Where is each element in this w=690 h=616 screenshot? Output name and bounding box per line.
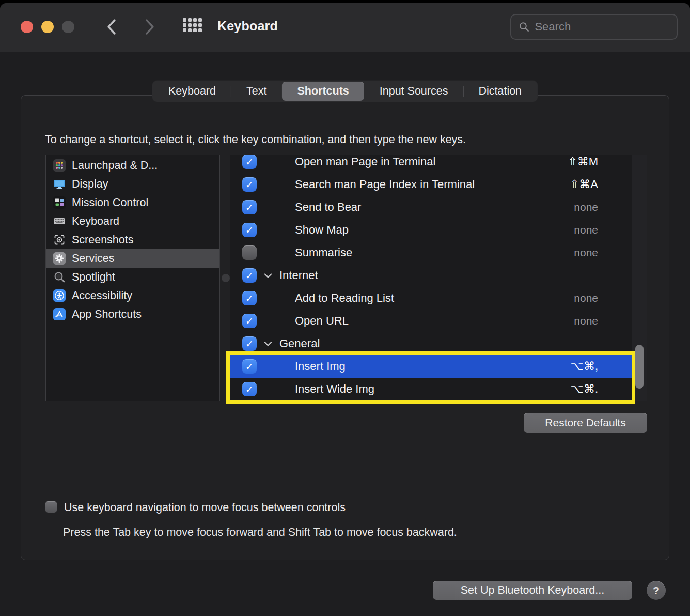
tab-keyboard[interactable]: Keyboard: [153, 82, 231, 101]
instruction-text: To change a shortcut, select it, click t…: [45, 133, 466, 146]
checkbox-checked[interactable]: ✓: [242, 314, 257, 328]
checkbox-checked[interactable]: ✓: [242, 382, 257, 396]
set-up-bluetooth-keyboard-button[interactable]: Set Up Bluetooth Keyboard...: [433, 581, 632, 600]
services-gear-icon: [53, 252, 66, 265]
mission-control-icon: [53, 196, 66, 209]
sidebar-item-mission-control[interactable]: Mission Control: [46, 193, 219, 212]
restore-defaults-button[interactable]: Restore Defaults: [524, 413, 647, 433]
sidebar-item-keyboard[interactable]: Keyboard: [46, 212, 219, 230]
checkbox-checked[interactable]: ✓: [242, 268, 257, 283]
zoom-window-button: [62, 21, 74, 33]
checkbox-checked[interactable]: ✓: [242, 223, 257, 237]
search-input[interactable]: [535, 20, 669, 34]
tab-input-sources[interactable]: Input Sources: [365, 82, 463, 101]
screenshots-icon: [53, 234, 66, 246]
display-icon: [53, 178, 66, 190]
pane-splitter-handle[interactable]: [222, 274, 230, 282]
keyboard-navigation-checkbox[interactable]: [45, 501, 57, 513]
shortcut-group-general[interactable]: ✓ General: [230, 332, 632, 355]
tab-shortcuts[interactable]: Shortcuts: [282, 82, 364, 101]
shortcut-categories-list: Launchpad & D... Display: [45, 155, 220, 401]
shortcut-keys: ⌥⌘.: [571, 382, 598, 396]
shortcut-row-search-man-page[interactable]: ✓ Search man Page Index in Terminal ⇧⌘A: [230, 173, 632, 196]
scrollbar-thumb[interactable]: [635, 345, 644, 389]
checkbox-checked[interactable]: ✓: [242, 200, 257, 214]
show-all-preferences-icon[interactable]: [183, 18, 202, 36]
shortcut-row-send-to-bear[interactable]: ✓ Send to Bear none: [230, 196, 632, 219]
checkbox-checked[interactable]: ✓: [242, 155, 257, 169]
shortcut-keys: ⌥⌘,: [571, 360, 598, 373]
shortcut-row-insert-wide-img[interactable]: ✓ Insert Wide Img ⌥⌘.: [230, 378, 632, 401]
chevron-down-icon[interactable]: [264, 341, 272, 347]
launchpad-icon: [53, 159, 66, 172]
window-title: Keyboard: [217, 19, 278, 34]
sidebar-item-display[interactable]: Display: [46, 175, 219, 193]
close-window-button[interactable]: [21, 21, 33, 33]
shortcut-keys: none: [574, 292, 598, 304]
spotlight-icon: [53, 271, 66, 283]
back-button[interactable]: [101, 17, 122, 37]
shortcut-keys: ⇧⌘M: [568, 155, 598, 168]
shortcut-keys: ⇧⌘A: [570, 178, 598, 191]
search-icon: [519, 21, 529, 33]
sidebar-item-app-shortcuts[interactable]: App Shortcuts: [46, 305, 219, 324]
forward-button[interactable]: [139, 17, 160, 37]
screen: Keyboard Keyboard Text Shortcuts Input S…: [0, 0, 690, 616]
shortcut-keys: none: [574, 247, 598, 259]
checkbox-checked[interactable]: ✓: [242, 177, 257, 192]
search-field[interactable]: [510, 14, 678, 40]
shortcut-keys: none: [574, 224, 598, 236]
shortcut-group-internet[interactable]: ✓ Internet: [230, 264, 632, 287]
tab-text[interactable]: Text: [231, 82, 281, 101]
shortcut-keys: none: [574, 201, 598, 213]
shortcut-row-open-url[interactable]: ✓ Open URL none: [230, 310, 632, 332]
tab-bar: Keyboard Text Shortcuts Input Sources Di…: [152, 81, 538, 102]
sidebar-item-spotlight[interactable]: Spotlight: [46, 268, 219, 286]
sidebar-item-screenshots[interactable]: Screenshots: [46, 230, 219, 249]
keyboard-icon: [53, 215, 66, 227]
sidebar-item-services[interactable]: Services: [46, 249, 219, 268]
chevron-down-icon[interactable]: [264, 273, 272, 279]
scrollbar-track[interactable]: [632, 155, 647, 401]
accessibility-icon: [53, 289, 66, 302]
chevron-left-icon: [105, 18, 118, 36]
chevron-right-icon: [143, 18, 156, 36]
shortcut-row-add-to-reading-list[interactable]: ✓ Add to Reading List none: [230, 287, 632, 310]
checkbox-checked[interactable]: ✓: [242, 336, 257, 351]
app-shortcuts-icon: [53, 308, 66, 320]
minimize-window-button[interactable]: [41, 21, 54, 33]
tab-dictation[interactable]: Dictation: [463, 82, 537, 101]
checkbox-unchecked[interactable]: [242, 245, 257, 260]
sidebar-item-launchpad-dock[interactable]: Launchpad & D...: [46, 156, 219, 175]
keyboard-navigation-label: Use keyboard navigation to move focus be…: [64, 501, 346, 514]
sidebar-item-accessibility[interactable]: Accessibility: [46, 286, 219, 305]
shortcut-row-open-man-page[interactable]: ✓ Open man Page in Terminal ⇧⌘M: [230, 155, 632, 173]
keyboard-preferences-window: Keyboard Keyboard Text Shortcuts Input S…: [0, 3, 690, 616]
help-button[interactable]: ?: [647, 581, 666, 600]
shortcut-row-show-map[interactable]: ✓ Show Map none: [230, 219, 632, 241]
shortcut-row-summarise[interactable]: Summarise none: [230, 241, 632, 264]
title-bar: Keyboard: [0, 3, 690, 52]
checkbox-checked[interactable]: ✓: [242, 291, 257, 305]
checkbox-checked[interactable]: ✓: [242, 359, 257, 374]
services-shortcuts-list: ✓ Open man Page in Terminal ⇧⌘M ✓ Search…: [230, 155, 647, 401]
keyboard-navigation-sublabel: Press the Tab key to move focus forward …: [63, 526, 457, 539]
shortcut-keys: none: [574, 315, 598, 327]
shortcut-row-insert-img[interactable]: ✓ Insert Img ⌥⌘,: [230, 355, 632, 378]
